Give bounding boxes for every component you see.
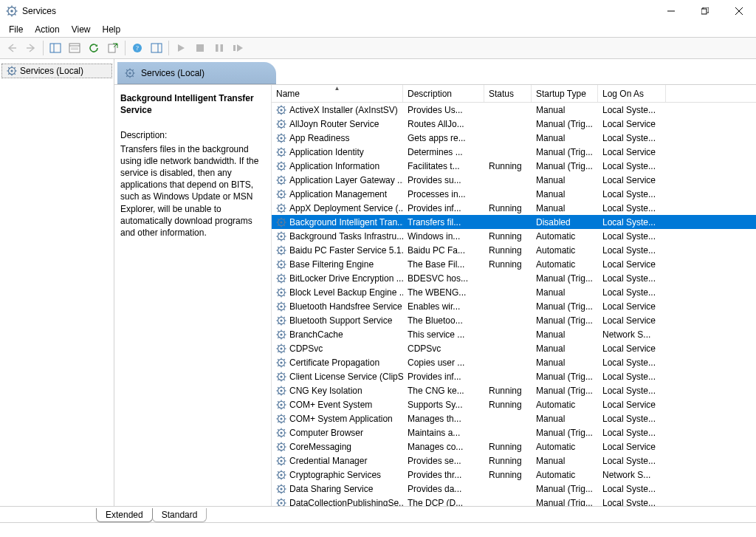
column-startup[interactable]: Startup Type: [532, 85, 598, 102]
menu-view[interactable]: View: [66, 22, 97, 37]
service-row[interactable]: Certificate Propagation Copies user ... …: [272, 355, 756, 369]
service-row[interactable]: COM+ Event System Supports Sy... Running…: [272, 397, 756, 411]
service-row[interactable]: Background Intelligent Tran... Transfers…: [272, 215, 756, 229]
column-description[interactable]: Description: [403, 85, 484, 102]
service-icon: [276, 175, 286, 185]
pause-icon: [216, 44, 223, 52]
service-name: BranchCache: [289, 329, 343, 340]
stop-service-button[interactable]: [191, 39, 209, 57]
services-list-body[interactable]: ActiveX Installer (AxInstSV) Provides Us…: [272, 103, 756, 506]
service-row[interactable]: Client License Service (ClipS... Provide…: [272, 369, 756, 383]
maximize-restore-button[interactable]: [688, 0, 722, 22]
tab-standard[interactable]: Standard: [152, 508, 207, 522]
service-row[interactable]: Application Management Processes in... M…: [272, 187, 756, 201]
service-row[interactable]: Baidu PC Faster Service 5.1.... Baidu PC…: [272, 243, 756, 257]
help-button[interactable]: ?: [128, 39, 146, 57]
export-list-button[interactable]: [104, 39, 122, 57]
tree-root-item[interactable]: Services (Local): [1, 64, 112, 78]
cell-startup: Automatic: [532, 442, 598, 452]
cell-logon: Local Syste...: [598, 245, 666, 256]
cell-name: AllJoyn Router Service: [272, 119, 403, 129]
service-row[interactable]: CDPSvc CDPSvc Manual Local Service: [272, 341, 756, 355]
pause-service-button[interactable]: [210, 39, 228, 57]
service-row[interactable]: AppX Deployment Service (... Provides in…: [272, 201, 756, 215]
service-row[interactable]: Data Sharing Service Provides da... Manu…: [272, 482, 756, 496]
service-row[interactable]: App Readiness Gets apps re... Manual Loc…: [272, 131, 756, 145]
service-icon: [276, 147, 286, 157]
cell-logon: Local Syste...: [598, 273, 666, 284]
cell-logon: Local Service: [598, 147, 666, 157]
cell-description: Copies user ...: [403, 358, 484, 368]
cell-startup: Disabled: [532, 217, 598, 228]
cell-description: Enables wir...: [403, 301, 484, 312]
cell-status: Running: [484, 161, 532, 171]
nav-forward-button[interactable]: [22, 39, 40, 57]
minimize-button[interactable]: [654, 0, 688, 22]
service-row[interactable]: CNG Key Isolation The CNG ke... Running …: [272, 383, 756, 397]
service-row[interactable]: Computer Browser Maintains a... Manual (…: [272, 425, 756, 439]
column-status[interactable]: Status: [484, 85, 532, 102]
service-row[interactable]: COM+ System Application Manages th... Ma…: [272, 411, 756, 425]
arrow-left-icon: [7, 43, 17, 53]
service-row[interactable]: Application Information Facilitates t...…: [272, 159, 756, 173]
menu-file[interactable]: File: [3, 22, 29, 37]
service-icon: [276, 273, 286, 284]
cell-description: Gets apps re...: [403, 133, 484, 143]
column-name[interactable]: Name ▲: [272, 85, 403, 102]
cell-logon: Local Syste...: [598, 456, 666, 466]
show-hide-console-tree-button[interactable]: [47, 39, 64, 57]
svg-rect-11: [701, 9, 707, 14]
close-button[interactable]: [722, 0, 756, 22]
show-hide-action-pane-button[interactable]: [148, 39, 165, 57]
menu-action[interactable]: Action: [29, 22, 65, 37]
service-row[interactable]: ActiveX Installer (AxInstSV) Provides Us…: [272, 103, 756, 117]
service-row[interactable]: Application Layer Gateway ... Provides s…: [272, 173, 756, 187]
service-row[interactable]: BitLocker Drive Encryption ... BDESVC ho…: [272, 271, 756, 285]
cell-startup: Manual (Trig...: [532, 315, 598, 326]
cell-name: AppX Deployment Service (...: [272, 203, 403, 213]
tab-extended[interactable]: Extended: [96, 508, 153, 522]
service-icon: [276, 470, 286, 480]
cell-startup: Manual (Trig...: [532, 147, 598, 157]
service-row[interactable]: Bluetooth Handsfree Service Enables wir.…: [272, 299, 756, 313]
cell-logon: Local Syste...: [598, 386, 666, 396]
cell-name: COM+ Event System: [272, 400, 403, 410]
cell-name: Bluetooth Support Service: [272, 315, 403, 326]
start-service-button[interactable]: [172, 39, 190, 57]
service-row[interactable]: Block Level Backup Engine ... The WBENG.…: [272, 285, 756, 299]
cell-logon: Local Syste...: [598, 231, 666, 242]
cell-logon: Local Service: [598, 119, 666, 129]
service-icon: [276, 105, 286, 115]
cell-startup: Manual (Trig...: [532, 372, 598, 382]
cell-logon: Local Syste...: [598, 287, 666, 298]
nav-back-button[interactable]: [3, 39, 21, 57]
service-icon: [276, 119, 286, 129]
cell-description: Routes AllJo...: [403, 119, 484, 129]
service-icon: [276, 301, 286, 312]
service-row[interactable]: Credential Manager Provides se... Runnin…: [272, 454, 756, 468]
cell-startup: Manual (Trig...: [532, 161, 598, 171]
cell-logon: Local Service: [598, 315, 666, 326]
menu-help[interactable]: Help: [97, 22, 127, 37]
service-row[interactable]: AllJoyn Router Service Routes AllJo... M…: [272, 117, 756, 131]
service-row[interactable]: Background Tasks Infrastru... Windows in…: [272, 229, 756, 243]
service-row[interactable]: Base Filtering Engine The Base Fil... Ru…: [272, 257, 756, 271]
result-pane: Services (Local) Background Intelligent …: [114, 59, 756, 506]
service-row[interactable]: DataCollectionPublishingSe... The DCP (D…: [272, 496, 756, 506]
service-row[interactable]: Bluetooth Support Service The Bluetoo...…: [272, 313, 756, 327]
service-icon: [276, 442, 286, 452]
properties-button[interactable]: [66, 39, 83, 57]
cell-name: Background Intelligent Tran...: [272, 217, 403, 228]
restart-service-button[interactable]: [230, 39, 247, 57]
service-icon: [276, 372, 286, 382]
cell-status: Running: [484, 470, 532, 480]
column-logon[interactable]: Log On As: [598, 85, 666, 102]
service-icon: [276, 189, 286, 199]
service-row[interactable]: Application Identity Determines ... Manu…: [272, 145, 756, 159]
service-row[interactable]: Cryptographic Services Provides thr... R…: [272, 468, 756, 482]
svg-rect-23: [151, 44, 162, 52]
service-row[interactable]: CoreMessaging Manages co... Running Auto…: [272, 439, 756, 454]
refresh-button[interactable]: [85, 39, 103, 57]
service-row[interactable]: BranchCache This service ... Manual Netw…: [272, 327, 756, 341]
sort-ascending-icon: ▲: [334, 85, 340, 92]
